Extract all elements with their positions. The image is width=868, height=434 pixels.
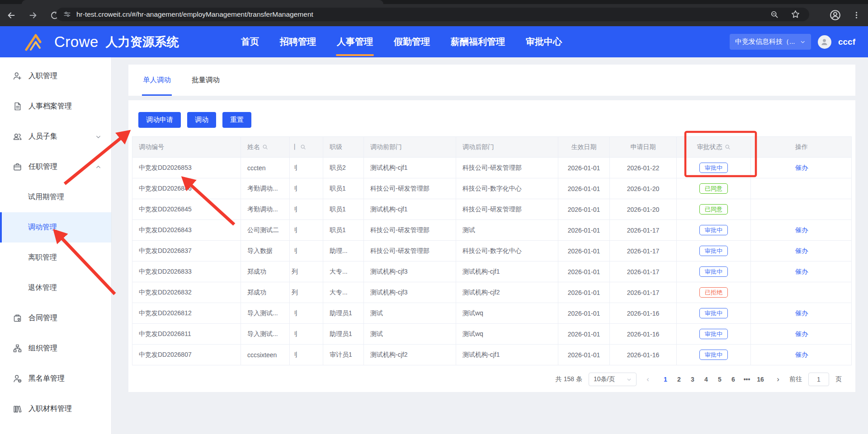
- sidebar-subitem-离职管理[interactable]: 离职管理: [0, 243, 111, 273]
- button-重置[interactable]: 重置: [222, 112, 251, 128]
- sidebar-subitem-调动管理[interactable]: 调动管理: [0, 212, 111, 243]
- goto-page-input[interactable]: [808, 373, 829, 386]
- page-number-2[interactable]: 2: [673, 373, 685, 386]
- archive-file-icon: [13, 102, 22, 111]
- sidebar-subitem-试用期管理[interactable]: 试用期管理: [0, 182, 111, 212]
- cell-dept_after: 测试wq: [456, 324, 558, 344]
- cell-effective_date: 2026-01-01: [558, 303, 610, 323]
- cell-name: 郑成功: [241, 261, 290, 282]
- cell-dept_after: 测试: [456, 220, 558, 240]
- goto-unit: 页: [835, 375, 842, 383]
- page-ellipsis[interactable]: •••: [741, 373, 753, 386]
- next-page-button[interactable]: ›: [773, 375, 783, 384]
- pagination: 共 158 条 10条/页 ‹ 123456•••16 › 前往 页: [128, 373, 842, 386]
- nav-item-招聘管理[interactable]: 招聘管理: [280, 26, 316, 57]
- browser-active-tab[interactable]: [22, 0, 383, 4]
- sidebar-item-人员子集[interactable]: 人员子集: [0, 121, 111, 152]
- sidebar-item-组织管理[interactable]: 组织管理: [0, 333, 111, 364]
- browser-back-button[interactable]: [4, 8, 19, 23]
- urge-link[interactable]: 催办: [795, 226, 808, 234]
- sidebar-subitem-退休管理[interactable]: 退休管理: [0, 273, 111, 303]
- sidebar-item-任职管理[interactable]: 任职管理: [0, 152, 111, 182]
- urge-link[interactable]: 催办: [795, 309, 808, 317]
- table-row: 中竞发DD2026812导入测试...刂助理员1测试测试wq2026-01-01…: [132, 303, 851, 324]
- nav-item-人事管理[interactable]: 人事管理: [337, 26, 373, 57]
- cell-apply_date: 2026-01-16: [610, 324, 677, 344]
- search-icon[interactable]: [300, 144, 306, 150]
- column-header-series: 丨: [290, 137, 323, 157]
- user-avatar[interactable]: [818, 35, 831, 49]
- button-调动申请[interactable]: 调动申请: [138, 112, 181, 128]
- nav-item-假勤管理[interactable]: 假勤管理: [394, 26, 430, 57]
- table-row: 中竞发DD2026811导入测试...刂助理员1测试测试wq2026-01-01…: [132, 324, 851, 345]
- back-arrow-icon: [6, 10, 16, 20]
- cell-action: 催办: [751, 303, 852, 323]
- nav-item-首页[interactable]: 首页: [241, 26, 259, 57]
- page-number-6[interactable]: 6: [727, 373, 740, 386]
- urge-link[interactable]: 催办: [795, 330, 808, 338]
- url-bar[interactable]: hr-test.croweit.cn/#/hr-anagement/employ…: [56, 8, 809, 21]
- brand-name: Crowe: [54, 33, 99, 51]
- sidebar-item-人事档案管理[interactable]: 人事档案管理: [0, 91, 111, 121]
- zoom-icon[interactable]: [770, 10, 779, 19]
- page-size-select[interactable]: 10条/页: [589, 373, 637, 386]
- table-header-row: 调动编号姓名丨职级调动前部门调动后部门生效日期申请日期审批状态操作: [132, 137, 851, 158]
- page-number-5[interactable]: 5: [713, 373, 726, 386]
- cell-dept_before: 科技公司-研发管理部: [364, 241, 456, 261]
- urge-link[interactable]: 催办: [795, 268, 808, 276]
- cell-rank: 审计员1: [323, 345, 364, 365]
- sidebar-item-合同管理[interactable]: 合同管理: [0, 303, 111, 333]
- page-numbers: 123456•••16: [659, 373, 767, 386]
- transfer-table: 调动编号姓名丨职级调动前部门调动后部门生效日期申请日期审批状态操作中竞发DD20…: [132, 136, 852, 365]
- nav-item-薪酬福利管理[interactable]: 薪酬福利管理: [451, 26, 505, 57]
- browser-chrome: hr-test.croweit.cn/#/hr-anagement/employ…: [0, 0, 868, 26]
- urge-link[interactable]: 催办: [795, 164, 808, 172]
- cell-effective_date: 2026-01-01: [558, 282, 610, 303]
- sidebar-item-入职材料管理[interactable]: 入职材料管理: [0, 394, 111, 424]
- column-header-label: 生效日期: [571, 143, 597, 151]
- page-size-value: 10条/页: [594, 375, 615, 383]
- tab-批量调动[interactable]: 批量调动: [191, 65, 221, 96]
- cell-dept_after: 测试wq: [456, 303, 558, 323]
- button-调动[interactable]: 调动: [187, 112, 216, 128]
- cell-effective_date: 2026-01-01: [558, 199, 610, 219]
- browser-profile-icon[interactable]: [829, 9, 841, 21]
- page-number-1[interactable]: 1: [659, 373, 672, 386]
- chevron-down-icon: [95, 134, 101, 140]
- search-icon[interactable]: [262, 144, 268, 150]
- user-add-icon: [13, 71, 22, 81]
- tab-单人调动[interactable]: 单人调动: [142, 65, 172, 96]
- sidebar-subitem-label: 退休管理: [28, 283, 57, 293]
- cell-action: [751, 282, 852, 303]
- materials-icon: [13, 404, 22, 414]
- sidebar-item-黑名单管理[interactable]: 黑名单管理: [0, 364, 111, 394]
- cell-dept_before: 测试机构-cjf2: [364, 345, 456, 365]
- search-icon[interactable]: [725, 144, 731, 150]
- chevron-down-icon: [627, 377, 632, 382]
- table-row: 中竞发DD2026832郑成功列大专...测试机构-cjf3测试机构-cjf22…: [132, 282, 851, 303]
- sidebar-item-label: 入职管理: [28, 71, 57, 81]
- cell-status: 审批中: [677, 324, 751, 344]
- browser-menu-kebab-icon[interactable]: [852, 11, 861, 19]
- search-icon[interactable]: [300, 144, 306, 150]
- prev-page-button[interactable]: ‹: [643, 375, 653, 384]
- cell-code: 中竞发DD2026843: [132, 220, 241, 240]
- goto-label: 前往: [789, 375, 802, 383]
- column-header-dept_after: 调动后部门: [456, 137, 558, 157]
- sidebar-item-label: 合同管理: [28, 313, 57, 323]
- cell-dept_before: 测试机构-cjf3: [364, 282, 456, 303]
- urge-link[interactable]: 催办: [795, 247, 808, 255]
- search-icon[interactable]: [262, 144, 268, 150]
- bookmark-star-icon[interactable]: [791, 9, 800, 19]
- nav-item-审批中心[interactable]: 审批中心: [526, 26, 562, 57]
- page-number-16[interactable]: 16: [754, 373, 767, 386]
- cell-dept_before: 测试机构-cjf3: [364, 261, 456, 282]
- page-number-4[interactable]: 4: [700, 373, 712, 386]
- company-selector[interactable]: 中竞发信息科技（...: [730, 34, 811, 50]
- search-icon[interactable]: [725, 144, 731, 150]
- browser-forward-button[interactable]: [25, 8, 41, 23]
- page-number-3[interactable]: 3: [686, 373, 699, 386]
- status-badge: 审批中: [699, 350, 728, 360]
- sidebar-item-入职管理[interactable]: 入职管理: [0, 61, 111, 91]
- urge-link[interactable]: 催办: [795, 351, 808, 359]
